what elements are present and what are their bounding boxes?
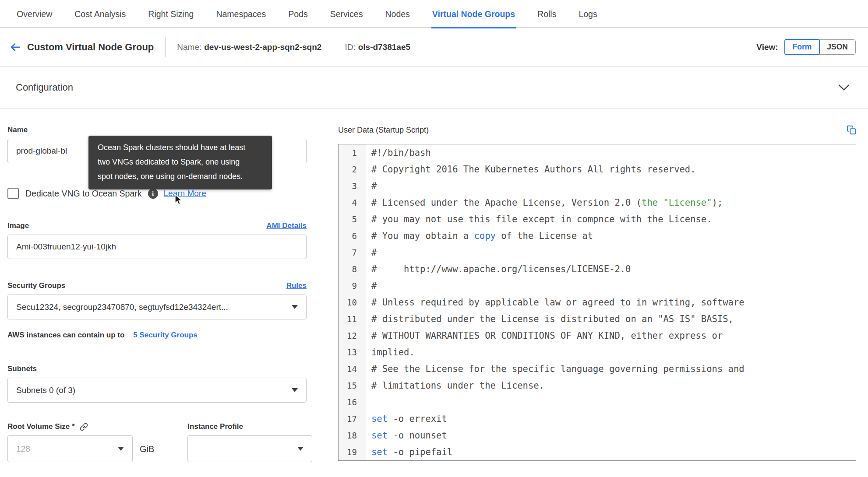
subnets-select[interactable]: Subnets 0 (of 3) — [7, 378, 307, 403]
line-number: 4 — [339, 194, 366, 211]
caret-down-icon — [292, 388, 298, 392]
ocean-spark-tooltip: Ocean Spark clusters should have at leas… — [88, 136, 272, 189]
vng-id-label: ID: — [345, 42, 355, 52]
name-label: Name — [7, 125, 307, 135]
security-groups-field-group: Security Groups Rules Secu12324, secgrou… — [7, 281, 307, 340]
code-content: # — [366, 244, 377, 261]
code-content: # You may obtain a copy of the License a… — [366, 228, 593, 244]
subnets-label: Subnets — [7, 364, 307, 374]
security-groups-select[interactable]: Secu12324, secgroup23470870, segtuyfsd12… — [7, 295, 307, 319]
code-content: set -o nounset — [366, 427, 447, 444]
line-number: 5 — [339, 211, 366, 228]
root-volume-label: Root Volume Size * — [7, 422, 75, 431]
tab-right-sizing[interactable]: Right Sizing — [147, 9, 194, 28]
image-input[interactable] — [7, 235, 307, 259]
dedicate-vng-label: Dedicate VNG to Ocean Spark — [25, 189, 142, 199]
tab-overview[interactable]: Overview — [16, 9, 53, 28]
dedicate-vng-checkbox[interactable] — [7, 188, 19, 199]
vng-name-meta: Name:dev-us-west-2-app-sqn2-sqn2 — [177, 42, 321, 52]
code-content — [366, 394, 371, 410]
root-volume-field-group: Root Volume Size * 128 — [7, 422, 133, 462]
line-number: 17 — [339, 410, 366, 427]
code-line: 17set -o errexit — [339, 410, 856, 427]
line-number: 8 — [339, 261, 366, 277]
ami-details-link[interactable]: AMI Details — [266, 221, 307, 230]
bottom-fields-row: Root Volume Size * 128 GiB Instance Prof… — [7, 422, 307, 462]
subnets-field-group: Subnets Subnets 0 (of 3) — [7, 364, 307, 403]
five-security-groups-link[interactable]: 5 Security Groups — [133, 331, 197, 340]
code-content: # See the License for the specific langu… — [366, 361, 745, 377]
page-title: Custom Virtual Node Group — [27, 42, 154, 53]
rules-link[interactable]: Rules — [286, 281, 307, 290]
code-line: 11# distributed under the License is dis… — [339, 311, 856, 327]
view-toggle: Form JSON — [784, 39, 856, 55]
tab-virtual-node-groups[interactable]: Virtual Node Groups — [431, 9, 516, 28]
code-content: set -o errexit — [366, 410, 447, 427]
vng-id-meta: ID:ols-d7381ae5 — [345, 42, 410, 52]
tab-cost-analysis[interactable]: Cost Analysis — [74, 9, 127, 28]
security-groups-value: Secu12324, secgroup23470870, segtuyfsd12… — [16, 302, 228, 312]
code-content: # Unless required by applicable law or a… — [366, 294, 745, 311]
code-line: 3# — [339, 178, 856, 194]
root-volume-select[interactable]: 128 — [7, 435, 133, 462]
image-field-group: Image AMI Details — [7, 221, 307, 259]
vng-name-label: Name: — [177, 42, 201, 52]
user-data-header: User Data (Startup Script) — [338, 125, 856, 135]
line-number: 15 — [339, 377, 366, 394]
line-number: 7 — [339, 244, 366, 261]
tab-namespaces[interactable]: Namespaces — [215, 9, 267, 28]
code-content: # you may not use this file except in co… — [366, 211, 712, 228]
tab-logs[interactable]: Logs — [578, 9, 598, 28]
caret-down-icon — [118, 447, 124, 451]
line-number: 9 — [339, 277, 366, 294]
code-line: 10# Unless required by applicable law or… — [339, 294, 856, 311]
code-line: 9# — [339, 277, 856, 294]
code-content: # Copyright 2016 The Kubernetes Authors … — [366, 161, 696, 178]
line-number: 11 — [339, 311, 366, 327]
name-field-group: Name Ocean Spark clusters should have at… — [7, 125, 307, 163]
line-number: 1 — [339, 144, 366, 161]
view-form-button[interactable]: Form — [784, 39, 820, 55]
mouse-cursor-icon — [172, 193, 184, 208]
view-json-button[interactable]: JSON — [819, 39, 856, 55]
code-content: # limitations under the License. — [366, 377, 544, 394]
line-number: 12 — [339, 327, 366, 344]
code-editor[interactable]: 1#!/bin/bash2# Copyright 2016 The Kubern… — [338, 144, 856, 461]
code-line: 8# http://www.apache.org/licenses/LICENS… — [339, 261, 856, 277]
copy-icon[interactable] — [847, 125, 856, 135]
code-content: #!/bin/bash — [366, 144, 431, 161]
security-groups-caption: AWS instances can contain up to 5 Securi… — [7, 331, 307, 340]
chevron-down-icon[interactable] — [838, 84, 850, 91]
code-line: 2# Copyright 2016 The Kubernetes Authors… — [339, 161, 856, 178]
caption-text: AWS instances can contain up to — [7, 331, 124, 340]
line-number: 6 — [339, 228, 366, 244]
line-number: 18 — [339, 427, 366, 444]
tab-services[interactable]: Services — [329, 9, 364, 28]
learn-more-link[interactable]: Learn More — [164, 189, 206, 198]
code-line: 14# See the License for the specific lan… — [339, 361, 856, 377]
section-title: Configuration — [16, 82, 73, 93]
instance-profile-select[interactable] — [187, 435, 312, 462]
divider — [165, 37, 166, 57]
tab-nodes[interactable]: Nodes — [384, 9, 410, 28]
line-number: 13 — [339, 344, 366, 361]
info-icon[interactable]: i — [148, 189, 158, 199]
user-data-label: User Data (Startup Script) — [338, 126, 429, 135]
caret-down-icon — [297, 447, 303, 451]
page-header: Custom Virtual Node Group Name:dev-us-we… — [0, 28, 868, 67]
tab-rolls[interactable]: Rolls — [536, 9, 557, 28]
link-icon — [80, 423, 88, 431]
view-label: View: — [756, 42, 778, 52]
divider — [333, 37, 333, 57]
line-number: 16 — [339, 394, 366, 410]
tab-pods[interactable]: Pods — [287, 9, 308, 28]
back-button[interactable] — [9, 41, 24, 54]
line-number: 14 — [339, 361, 366, 377]
code-content: # WITHOUT WARRANTIES OR CONDITIONS OF AN… — [366, 327, 723, 344]
left-column: Name Ocean Spark clusters should have at… — [7, 125, 307, 462]
vng-id-value: ols-d7381ae5 — [358, 42, 410, 52]
root-volume-placeholder: 128 — [16, 444, 30, 454]
configuration-section-header[interactable]: Configuration — [0, 67, 868, 109]
code-content: # — [366, 178, 377, 194]
code-content: # Licensed under the Apache License, Ver… — [366, 194, 723, 211]
